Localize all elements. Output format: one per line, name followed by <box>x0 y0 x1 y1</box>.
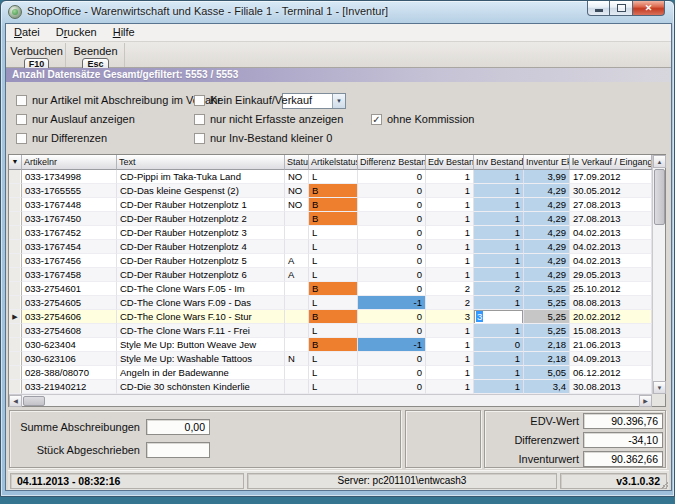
cell-status <box>285 282 309 296</box>
column-header-5[interactable]: Differenz Bestand <box>358 155 426 170</box>
checkbox[interactable] <box>194 114 205 125</box>
checkbox[interactable] <box>16 95 27 106</box>
cell-status <box>285 338 309 352</box>
horizontal-scrollbar[interactable]: ◀ ▶ <box>9 394 652 406</box>
table-row[interactable]: 033-1765555CD-Das kleine Gespenst (2)NOB… <box>9 184 652 198</box>
differenzwert-field: -34,10 <box>583 432 663 448</box>
header-filter-cell[interactable]: ▼ <box>9 155 22 170</box>
cell-artikelnr: 033-2754601 <box>22 282 117 296</box>
scroll-right-button[interactable]: ▶ <box>639 395 652 407</box>
table-row[interactable]: 033-2754601CD-The Clone Wars F.05 - ImB0… <box>9 282 652 296</box>
close-button[interactable]: ✕ <box>633 1 665 16</box>
column-header-1[interactable]: Artikelnr <box>22 155 117 170</box>
cell-artikelstatus: B <box>309 212 358 226</box>
table-row[interactable]: ▶033-2754606CD-The Clone Wars F.10 - Stu… <box>9 310 652 324</box>
table-row[interactable]: 033-1767456CD-Der Räuber Hotzenplotz 5AL… <box>9 254 652 268</box>
table-row[interactable]: 033-2754608CD-The Clone Wars F.11 - Frei… <box>9 324 652 338</box>
row-marker-cell[interactable] <box>9 338 22 352</box>
column-header-2[interactable]: Text <box>117 155 285 170</box>
cell-edv-bestand: 3 <box>426 310 474 324</box>
column-header-3[interactable]: Status <box>285 155 309 170</box>
cell-le-verkauf-eingang: 27.08.2013 <box>570 198 652 212</box>
inv-bestand-edit-input[interactable]: 3 <box>474 310 523 324</box>
filter-nur-artikel-mit-abschreibung-im-vorjahr: nur Artikel mit Abschreibung im Vorjahr <box>16 94 221 106</box>
menu-item-datei[interactable]: Datei <box>6 24 48 41</box>
table-row[interactable]: 030-623404Style Me Up: Button Weave JewB… <box>9 338 652 352</box>
column-header-8[interactable]: Inventur Ek <box>524 155 570 170</box>
table-row[interactable]: 033-2754605CD-The Clone Wars F.09 - DasL… <box>9 296 652 310</box>
checkbox[interactable] <box>194 95 205 106</box>
row-marker-cell[interactable] <box>9 212 22 226</box>
cell-inventur-ek: 5,05 <box>524 366 570 380</box>
table-row[interactable]: 033-21940212CD-Die 30 schönsten Kinderli… <box>9 380 652 394</box>
table-row[interactable]: 033-1767448CD-Der Räuber Hotzenplotz 1NO… <box>9 198 652 212</box>
cell-edv-bestand: 1 <box>426 338 474 352</box>
row-marker-cell[interactable] <box>9 324 22 338</box>
row-marker-cell[interactable] <box>9 380 22 394</box>
cell-le-verkauf-eingang: 25.10.2012 <box>570 282 652 296</box>
row-marker-cell[interactable] <box>9 170 22 184</box>
summe-abschreibungen-field[interactable]: 0,00 <box>146 419 210 435</box>
table-row[interactable]: 033-1767458CD-Der Räuber Hotzenplotz 6AL… <box>9 268 652 282</box>
table-row[interactable]: 033-1734998CD-Pippi im Taka-Tuka LandNOL… <box>9 170 652 184</box>
app-icon <box>8 5 22 19</box>
cell-differenz-bestand: 0 <box>358 268 426 282</box>
table-row[interactable]: 033-1767450CD-Der Räuber Hotzenplotz 2B0… <box>9 212 652 226</box>
cell-text: CD-Der Räuber Hotzenplotz 2 <box>117 212 285 226</box>
stueck-abgeschrieben-field[interactable] <box>146 442 210 458</box>
cell-inv-bestand: 2 <box>474 282 524 296</box>
table-row[interactable]: 033-1767454CD-Der Räuber Hotzenplotz 4L0… <box>9 240 652 254</box>
checkbox[interactable] <box>16 114 27 125</box>
column-header-6[interactable]: Edv Bestand <box>426 155 474 170</box>
table-row[interactable]: 028-388/08070Angeln in der BadewanneL011… <box>9 366 652 380</box>
checkbox[interactable] <box>16 133 27 144</box>
column-header-4[interactable]: Artikelstatus <box>309 155 358 170</box>
cell-differenz-bestand: 0 <box>358 212 426 226</box>
beenden-button[interactable]: BeendenEsc <box>67 43 125 67</box>
scroll-up-button[interactable]: ▲ <box>653 155 666 168</box>
cell-differenz-bestand: 0 <box>358 254 426 268</box>
verbuchen-button[interactable]: VerbuchenF10 <box>8 43 66 67</box>
vertical-scrollbar[interactable]: ▲ ▼ <box>652 155 665 394</box>
cell-le-verkauf-eingang: 08.08.2013 <box>570 296 652 310</box>
cell-inv-bestand: 1 <box>474 226 524 240</box>
row-marker-cell[interactable] <box>9 352 22 366</box>
row-marker-cell[interactable] <box>9 296 22 310</box>
table-row[interactable]: 030-623106Style Me Up: Washable TattoosN… <box>9 352 652 366</box>
cell-artikelstatus: B <box>309 184 358 198</box>
minimize-button[interactable] <box>587 1 610 16</box>
filter-ohne-kommission: ✓ohne Kommission <box>371 113 474 125</box>
scroll-left-button[interactable]: ◀ <box>9 395 22 407</box>
row-marker-cell[interactable] <box>9 184 22 198</box>
row-marker-cell[interactable] <box>9 268 22 282</box>
cell-inv-bestand: 1 <box>474 184 524 198</box>
cell-text: CD-The Clone Wars F.10 - Stur <box>117 310 285 324</box>
checkbox[interactable] <box>194 133 205 144</box>
row-marker-cell[interactable] <box>9 366 22 380</box>
resize-grip[interactable] <box>658 479 668 489</box>
row-marker-icon[interactable]: ▶ <box>9 310 22 324</box>
row-marker-cell[interactable] <box>9 282 22 296</box>
row-marker-cell[interactable] <box>9 240 22 254</box>
cell-differenz-bestand: 0 <box>358 366 426 380</box>
column-header-9[interactable]: le Verkauf / Eingang <box>570 155 652 170</box>
title-bar[interactable]: ShopOffice - Warenwirtschaft und Kasse -… <box>1 1 674 23</box>
row-marker-cell[interactable] <box>9 254 22 268</box>
menu-item-hilfe[interactable]: Hilfe <box>105 24 143 41</box>
column-header-7[interactable]: Inv Bestand <box>474 155 524 170</box>
table-row[interactable]: 033-1767452CD-Der Räuber Hotzenplotz 3L0… <box>9 226 652 240</box>
chevron-down-icon[interactable]: ▼ <box>332 94 345 108</box>
cell-artikelnr: 033-1767454 <box>22 240 117 254</box>
cell-artikelnr: 030-623404 <box>22 338 117 352</box>
scroll-down-button[interactable]: ▼ <box>653 381 666 394</box>
menu-item-drucken[interactable]: Drucken <box>48 24 105 41</box>
row-marker-cell[interactable] <box>9 198 22 212</box>
horizontal-scroll-thumb[interactable] <box>23 396 45 406</box>
row-marker-cell[interactable] <box>9 226 22 240</box>
maximize-button[interactable] <box>610 1 633 16</box>
checkbox[interactable]: ✓ <box>371 114 382 125</box>
cell-edv-bestand: 1 <box>426 240 474 254</box>
cell-inventur-ek: 5,25 <box>524 282 570 296</box>
cell-inventur-ek: 4,29 <box>524 226 570 240</box>
vertical-scroll-thumb[interactable] <box>654 169 665 225</box>
